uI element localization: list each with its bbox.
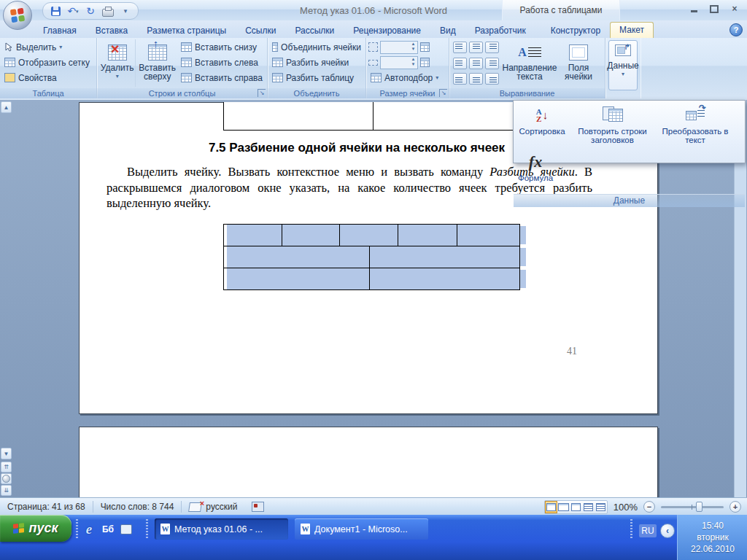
redo-icon[interactable]: ↻ bbox=[84, 4, 97, 18]
insert-above-button[interactable]: ↑ Вставить сверху bbox=[135, 39, 179, 87]
internet-explorer-icon[interactable]: e bbox=[82, 522, 96, 537]
align-center-button[interactable] bbox=[469, 58, 483, 69]
page-number: 41 bbox=[567, 346, 577, 357]
tab-insert[interactable]: Вставка bbox=[86, 23, 138, 38]
sort-button[interactable]: AZ↓ Сортировка bbox=[514, 101, 570, 147]
draft-view-icon[interactable] bbox=[595, 501, 607, 513]
zoom-in-icon[interactable]: + bbox=[729, 501, 741, 513]
tab-layout[interactable]: Макет bbox=[610, 22, 654, 38]
print-icon[interactable] bbox=[101, 4, 115, 18]
split-cells-icon bbox=[272, 58, 283, 67]
minimize-button[interactable] bbox=[689, 4, 699, 13]
table-cell[interactable] bbox=[457, 225, 519, 246]
split-cells-button[interactable]: Разбить ячейки bbox=[270, 55, 363, 70]
align-bottom-left-button[interactable] bbox=[453, 73, 467, 85]
taskbar-item-document1[interactable]: W Документ1 - Microso... bbox=[295, 518, 428, 540]
select-button[interactable]: Выделить▾ bbox=[2, 39, 94, 55]
zoom-out-icon[interactable]: − bbox=[643, 501, 655, 513]
page-indicator[interactable]: Страница: 41 из 68 bbox=[0, 501, 93, 513]
next-page-icon[interactable]: ⇊ bbox=[1, 485, 12, 496]
ribbon-tab-row: Главная Вставка Разметка страницы Ссылки… bbox=[0, 20, 747, 38]
select-browse-object-icon[interactable] bbox=[1, 473, 12, 484]
close-button[interactable]: × bbox=[729, 4, 740, 13]
repeat-header-rows-button[interactable]: Повторить строки заголовков bbox=[570, 101, 654, 147]
office-button[interactable] bbox=[3, 1, 32, 30]
tab-page-layout[interactable]: Разметка страницы bbox=[137, 23, 236, 38]
word-count[interactable]: Число слов: 8 744 bbox=[93, 501, 182, 513]
selected-table bbox=[223, 224, 520, 290]
save-icon[interactable] bbox=[49, 4, 62, 18]
group-table: Выделить▾ Отобразить сетку Свойства Табл… bbox=[0, 38, 97, 98]
outline-view-icon[interactable] bbox=[582, 501, 595, 513]
table-cell[interactable] bbox=[224, 246, 370, 268]
proofing-status[interactable]: × русский bbox=[182, 501, 244, 513]
delete-button[interactable]: × Удалить▾ bbox=[99, 39, 135, 87]
full-screen-reading-icon[interactable] bbox=[557, 501, 570, 513]
language-bar[interactable]: RU bbox=[639, 524, 657, 537]
tab-developer[interactable]: Разработчик bbox=[465, 23, 535, 38]
undo-icon[interactable]: ↶▾ bbox=[66, 4, 80, 18]
taskbar-item-current-document[interactable]: W Метод указ 01.06 - ... bbox=[155, 518, 288, 540]
table-cell[interactable] bbox=[398, 225, 457, 246]
row-height-field[interactable]: ▲▼ bbox=[380, 41, 418, 54]
restore-button[interactable] bbox=[709, 4, 719, 13]
web-layout-icon[interactable] bbox=[570, 501, 582, 513]
customize-qat-icon[interactable]: ▾ bbox=[119, 4, 132, 18]
tab-home[interactable]: Главная bbox=[34, 23, 86, 38]
formula-button[interactable]: fx Формула bbox=[514, 147, 557, 194]
rows-columns-dialog-launcher[interactable]: ↘ bbox=[258, 89, 266, 97]
tab-view[interactable]: Вид bbox=[430, 23, 465, 38]
insert-left-button[interactable]: Вставить слева bbox=[179, 55, 265, 70]
hide-tray-icons-icon[interactable]: ‹ bbox=[660, 524, 675, 538]
table-cell[interactable] bbox=[370, 246, 519, 268]
text-direction-button[interactable]: A Направление текста bbox=[502, 39, 557, 87]
table-properties-button[interactable]: Свойства bbox=[2, 70, 94, 85]
cell-size-dialog-launcher[interactable]: ↘ bbox=[439, 89, 447, 97]
table-cell[interactable] bbox=[370, 268, 519, 289]
cell-margins-button[interactable]: Поля ячейки bbox=[557, 39, 600, 87]
insert-right-button[interactable]: Вставить справа bbox=[179, 70, 265, 85]
show-desktop-icon[interactable] bbox=[119, 522, 133, 537]
align-top-left-button[interactable] bbox=[453, 42, 467, 53]
quick-access-toolbar: ↶▾ ↻ ▾ bbox=[42, 2, 139, 20]
data-menu-button[interactable]: Данные ▾ bbox=[608, 40, 638, 90]
print-layout-view-icon[interactable] bbox=[545, 501, 557, 513]
start-button[interactable]: пуск bbox=[0, 515, 71, 542]
scroll-up-icon[interactable]: ▲ bbox=[1, 101, 12, 113]
table-cell[interactable] bbox=[282, 225, 340, 246]
view-gridlines-button[interactable]: Отобразить сетку bbox=[2, 55, 94, 70]
zoom-slider[interactable] bbox=[661, 506, 724, 508]
distribute-rows-icon[interactable] bbox=[420, 42, 430, 52]
align-center-right-button[interactable] bbox=[485, 58, 499, 69]
column-width-field[interactable]: ▲▼ bbox=[380, 56, 418, 69]
help-icon[interactable]: ? bbox=[729, 23, 743, 36]
previous-page-icon[interactable]: ⇈ bbox=[1, 462, 12, 472]
macro-record-icon[interactable] bbox=[252, 502, 264, 512]
table-cell[interactable] bbox=[340, 225, 398, 246]
group-cell-size: ▲▼ ▲▼ Автоподбор▾ Размер ячейки ↘ bbox=[366, 38, 449, 98]
insert-below-button[interactable]: Вставить снизу bbox=[179, 39, 265, 55]
punto-switcher-icon[interactable]: Бб bbox=[101, 522, 115, 537]
table-cell[interactable] bbox=[224, 268, 370, 289]
language-indicator[interactable]: русский bbox=[206, 502, 237, 512]
column-width-icon bbox=[368, 60, 378, 66]
tab-mailings[interactable]: Рассылки bbox=[285, 23, 344, 38]
align-top-right-button[interactable] bbox=[485, 42, 499, 53]
tab-review[interactable]: Рецензирование bbox=[344, 23, 430, 38]
merge-cells-button[interactable]: Объединить ячейки bbox=[270, 39, 363, 55]
table-cell[interactable] bbox=[224, 225, 282, 246]
align-bottom-center-button[interactable] bbox=[469, 73, 483, 85]
zoom-level[interactable]: 100% bbox=[614, 502, 638, 513]
split-table-button[interactable]: Разбить таблицу bbox=[270, 70, 363, 85]
align-center-left-button[interactable] bbox=[453, 58, 467, 69]
tab-design[interactable]: Конструктор bbox=[541, 23, 610, 38]
align-top-center-button[interactable] bbox=[469, 42, 483, 53]
tab-references[interactable]: Ссылки bbox=[236, 23, 285, 38]
tray-clock[interactable]: 15:40 вторник 22.06.2010 bbox=[677, 515, 747, 560]
align-bottom-right-button[interactable] bbox=[485, 73, 499, 85]
autofit-button[interactable]: Автоподбор▾ bbox=[368, 70, 446, 85]
convert-to-text-button[interactable]: ↷ Преобразовать в текст bbox=[654, 101, 736, 147]
zoom-slider-thumb[interactable] bbox=[696, 502, 703, 512]
scroll-down-icon[interactable]: ▼ bbox=[1, 448, 12, 459]
distribute-columns-icon[interactable] bbox=[420, 58, 430, 67]
